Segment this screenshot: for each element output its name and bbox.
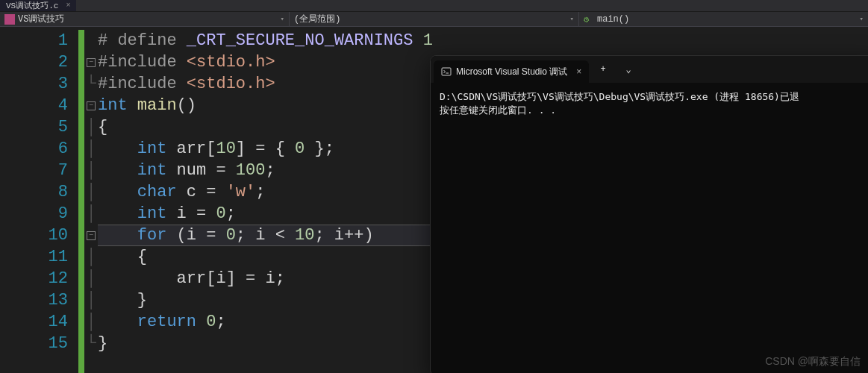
line-number: 15 [0, 333, 68, 354]
code-line[interactable]: #include <stdio.h> [98, 51, 433, 73]
code-line[interactable]: { [98, 116, 433, 138]
watermark: CSDN @啊森要自信 [765, 355, 861, 369]
line-number: 5 [0, 116, 68, 138]
file-tab[interactable]: VS调试技巧.c × [0, 0, 76, 11]
code-line[interactable]: } [98, 333, 433, 354]
code-line[interactable]: { [98, 246, 433, 268]
chevron-down-icon: ▾ [281, 15, 284, 23]
line-number: 12 [0, 268, 68, 289]
line-number: 7 [0, 160, 68, 181]
line-number: 2 [0, 51, 68, 73]
terminal-output[interactable]: D:\CSDN\VS调试技巧\VS调试技巧\Debug\VS调试技巧.exe (… [431, 83, 868, 125]
code-line[interactable]: int i = 0; [98, 203, 433, 225]
navigation-bar: VS调试技巧 ▾ (全局范围) ▾ ⚙ main() ▾ [0, 12, 868, 27]
line-number: 8 [0, 181, 68, 203]
fold-column: −└−│││││−││││└ [84, 27, 98, 373]
nav-file-label: VS调试技巧 [18, 13, 64, 25]
close-icon[interactable]: × [66, 1, 70, 10]
file-tab-label: VS调试技巧.c [6, 0, 58, 11]
code-line[interactable]: # define _CRT_SECURE_NO_WARNINGS 1 [98, 30, 433, 51]
code-line[interactable]: return 0; [98, 311, 433, 333]
fold-toggle[interactable]: − [87, 231, 96, 240]
chevron-down-icon: ⌄ [626, 64, 631, 75]
line-number: 14 [0, 311, 68, 333]
line-number: 6 [0, 138, 68, 160]
svg-rect-0 [442, 68, 451, 75]
nav-file-dropdown[interactable]: VS调试技巧 ▾ [0, 12, 290, 26]
code-line[interactable]: int num = 100; [98, 160, 433, 181]
line-number: 10 [0, 225, 68, 246]
code-line[interactable]: #include <stdio.h> [98, 73, 433, 95]
code-line[interactable]: char c = 'w'; [98, 181, 433, 203]
code-line[interactable]: for (i = 0; i < 10; i++) [98, 225, 433, 246]
line-number: 1 [0, 30, 68, 51]
code-editor[interactable]: 123456789101112131415 −└−│││││−││││└ # d… [0, 27, 433, 373]
tab-menu-button[interactable]: ⌄ [617, 58, 640, 81]
workspace: 123456789101112131415 −└−│││││−││││└ # d… [0, 27, 868, 373]
line-number-gutter: 123456789101112131415 [0, 27, 78, 373]
new-tab-button[interactable]: + [592, 58, 614, 81]
line-number: 13 [0, 289, 68, 311]
line-number: 11 [0, 246, 68, 268]
close-icon[interactable]: × [576, 66, 581, 77]
code-area[interactable]: # define _CRT_SECURE_NO_WARNINGS 1#inclu… [98, 27, 433, 373]
line-number: 9 [0, 203, 68, 225]
code-line[interactable]: int arr[10] = { 0 }; [98, 138, 433, 160]
fold-toggle[interactable]: − [87, 58, 96, 67]
chevron-down-icon: ▾ [570, 15, 574, 23]
gear-icon: ⚙ [584, 14, 594, 25]
nav-function-dropdown[interactable]: ⚙ main() ▾ [579, 12, 868, 26]
terminal-titlebar[interactable]: Microsoft Visual Studio 调试 × + ⌄ [431, 56, 868, 83]
fold-toggle[interactable]: − [87, 101, 96, 110]
line-number: 4 [0, 95, 68, 116]
terminal-window[interactable]: Microsoft Visual Studio 调试 × + ⌄ D:\CSDN… [430, 55, 868, 373]
nav-scope-dropdown[interactable]: (全局范围) ▾ [290, 12, 579, 26]
terminal-icon [441, 66, 452, 77]
nav-scope-label: (全局范围) [294, 13, 340, 25]
file-icon [4, 14, 15, 25]
file-tabbar: VS调试技巧.c × [0, 0, 868, 12]
code-line[interactable]: int main() [98, 95, 433, 116]
code-line[interactable]: arr[i] = i; [98, 268, 433, 289]
chevron-down-icon: ▾ [860, 15, 864, 23]
terminal-tab-title: Microsoft Visual Studio 调试 [456, 66, 567, 78]
code-line[interactable]: } [98, 289, 433, 311]
line-number: 3 [0, 73, 68, 95]
nav-function-label: main() [597, 14, 629, 25]
change-indicator [78, 30, 84, 373]
terminal-tab[interactable]: Microsoft Visual Studio 调试 × [434, 60, 589, 83]
